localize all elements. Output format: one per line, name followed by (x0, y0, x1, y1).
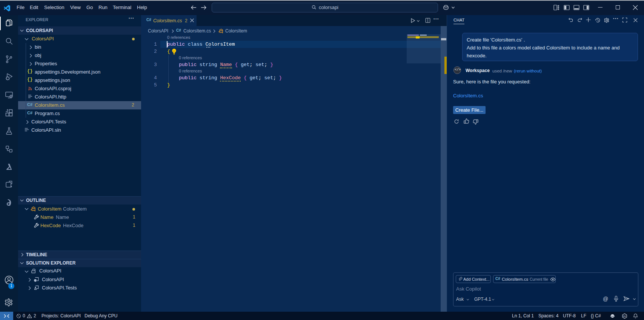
svg-text:C#: C# (623, 315, 626, 317)
